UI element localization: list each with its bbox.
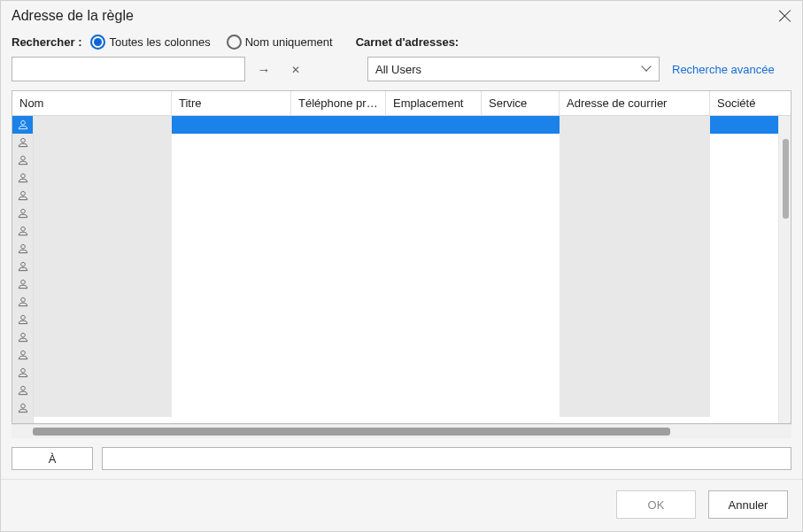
table-row[interactable] [34, 275, 778, 293]
table-row[interactable] [34, 346, 778, 364]
results-table: Nom Titre Téléphone pro... Emplacement S… [12, 90, 791, 424]
col-titre[interactable]: Titre [172, 91, 291, 116]
to-field[interactable] [102, 447, 791, 470]
person-icon[interactable] [12, 346, 33, 364]
table-row[interactable] [34, 258, 778, 275]
address-book-select[interactable]: All Users [367, 57, 660, 81]
table-header: Nom Titre Téléphone pro... Emplacement S… [12, 91, 791, 116]
person-icon[interactable] [12, 204, 33, 222]
search-input[interactable] [12, 57, 245, 81]
scroll-thumb[interactable] [33, 428, 670, 436]
address-book-area: All Users Recherche avancée [367, 57, 775, 81]
search-options-row: Rechercher : Toutes les colonnes Nom uni… [1, 31, 802, 57]
table-row[interactable] [34, 311, 778, 328]
table-row[interactable] [34, 134, 778, 151]
person-icon[interactable] [12, 399, 33, 417]
person-icon[interactable] [12, 222, 33, 240]
chevron-down-icon [643, 65, 652, 73]
table-row[interactable] [34, 328, 778, 346]
person-icon[interactable] [12, 275, 33, 293]
person-icon[interactable] [12, 293, 33, 311]
person-icon[interactable] [12, 364, 33, 382]
person-icon[interactable] [12, 187, 33, 204]
radio-name-only[interactable]: Nom uniquement [227, 35, 333, 50]
table-row[interactable] [34, 187, 778, 204]
address-book-selected: All Users [375, 63, 421, 76]
person-icon[interactable] [12, 169, 33, 187]
person-icon[interactable] [12, 240, 33, 258]
radio-name-only-label: Nom uniquement [245, 35, 333, 49]
table-row[interactable] [34, 222, 778, 240]
table-row[interactable] [34, 364, 778, 382]
close-icon [291, 63, 300, 76]
horizontal-scrollbar[interactable] [12, 424, 791, 438]
table-row[interactable] [34, 399, 778, 417]
table-row[interactable] [34, 382, 778, 399]
table-row[interactable] [34, 204, 778, 222]
ok-button-label: OK [648, 498, 665, 512]
col-societe[interactable]: Société [710, 91, 778, 116]
radio-icon [227, 35, 242, 50]
table-row[interactable] [34, 169, 778, 187]
person-icon[interactable] [12, 258, 33, 275]
rows-area [34, 116, 778, 423]
to-button-label: À [49, 452, 57, 466]
to-row: À [1, 438, 802, 475]
advanced-search-link[interactable]: Recherche avancée [672, 63, 775, 76]
radio-all-columns[interactable]: Toutes les colonnes [90, 35, 210, 50]
dialog-title: Adresse de la règle [12, 8, 134, 24]
arrow-right-icon [258, 62, 271, 77]
row-icon-column [12, 116, 34, 423]
col-courrier[interactable]: Adresse de courrier [560, 91, 710, 116]
go-button[interactable] [251, 57, 277, 81]
radio-all-columns-label: Toutes les colonnes [109, 35, 210, 49]
person-icon[interactable] [12, 134, 33, 151]
to-button[interactable]: À [12, 447, 93, 470]
col-service[interactable]: Service [482, 91, 560, 116]
cancel-button-label: Annuler [729, 498, 768, 512]
address-book-label: Carnet d'adresses: [356, 35, 459, 49]
person-icon[interactable] [12, 382, 33, 399]
table-body [12, 116, 791, 423]
col-nom[interactable]: Nom [12, 91, 172, 116]
table-row[interactable] [34, 293, 778, 311]
table-row[interactable] [34, 151, 778, 169]
vertical-scrollbar[interactable] [778, 116, 791, 423]
table-row[interactable] [34, 116, 778, 134]
scroll-thumb[interactable] [783, 139, 789, 219]
table-row[interactable] [34, 240, 778, 258]
person-icon[interactable] [12, 116, 33, 134]
person-icon[interactable] [12, 311, 33, 328]
clear-button[interactable] [282, 57, 309, 81]
person-icon[interactable] [12, 328, 33, 346]
col-emplacement[interactable]: Emplacement [386, 91, 482, 116]
dialog-buttons: OK Annuler [1, 479, 802, 531]
close-icon[interactable] [777, 8, 793, 24]
search-row: All Users Recherche avancée [1, 57, 802, 90]
person-icon[interactable] [12, 151, 33, 169]
cancel-button[interactable]: Annuler [708, 490, 788, 519]
radio-icon [90, 35, 105, 50]
ok-button[interactable]: OK [616, 490, 696, 519]
search-label: Rechercher : [12, 35, 81, 49]
rule-address-dialog: Adresse de la règle Rechercher : Toutes … [0, 0, 803, 532]
col-telephone[interactable]: Téléphone pro... [291, 91, 386, 116]
titlebar: Adresse de la règle [1, 1, 802, 31]
